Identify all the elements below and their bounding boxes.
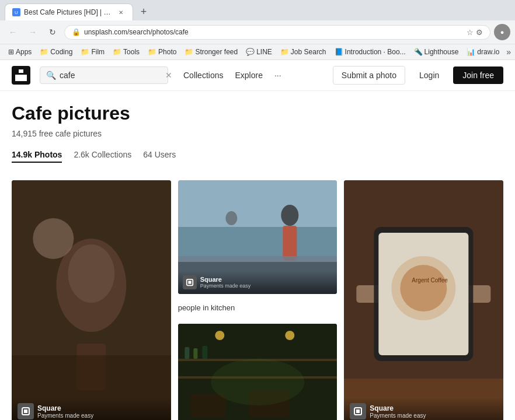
square-logo-icon-3: [353, 407, 363, 416]
forward-button[interactable]: →: [25, 24, 41, 40]
sponsor-overlay-2: Square Payments made easy: [178, 271, 337, 294]
photo-item-cafe-interior[interactable]: [178, 324, 337, 420]
svg-point-22: [215, 331, 224, 340]
bookmarks-bar: ⊞ Apps 📁 Coding 📁 Film 📁 Tools 📁 Photo 📁…: [0, 44, 515, 60]
coffee-image: [12, 180, 171, 420]
square-logo-icon-2: [186, 278, 194, 286]
sponsor-info: Square Payments made easy: [37, 404, 93, 419]
address-bar[interactable]: 🔒 unsplash.com/search/photos/cafe ☆ ⚙: [64, 25, 490, 40]
bookmark-label: Apps: [16, 48, 32, 56]
bookmark-job-search[interactable]: 📁 Job Search: [277, 47, 330, 57]
folder-icon: 📁: [185, 48, 193, 56]
extension-icon[interactable]: ⚙: [476, 28, 483, 37]
new-tab-button[interactable]: +: [135, 4, 152, 20]
caption-text: people in kitchen: [178, 303, 235, 312]
bookmark-film[interactable]: 📁 Film: [77, 47, 108, 57]
tab-title: Best Cafe Pictures [HD] | Dow...: [24, 8, 113, 16]
folder-icon: 📁: [40, 48, 48, 56]
svg-text:Argent Coffee: Argent Coffee: [412, 277, 448, 284]
folder-icon: 📁: [81, 48, 89, 56]
bookmark-apps[interactable]: ⊞ Apps: [5, 47, 35, 57]
bookmark-stronger-feed[interactable]: 📁 Stronger feed: [181, 47, 241, 57]
submit-photo-button[interactable]: Submit a photo: [333, 66, 405, 85]
photo-column-3: Argent Coffee Square Payments made easy: [344, 180, 503, 420]
photo-column-1: Square Payments made easy: [12, 180, 171, 420]
svg-rect-9: [24, 410, 27, 413]
bookmark-drawio[interactable]: 📊 draw.io: [463, 47, 503, 57]
collections-count: 2.6k: [74, 150, 89, 159]
svg-rect-28: [202, 346, 207, 359]
users-label: Users: [155, 150, 176, 159]
filter-tabs: 14.9k Photos 2.6k Collections 64 Users: [12, 150, 503, 163]
photo-grid: Square Payments made easy: [0, 180, 515, 420]
nav-bar: ← → ↻ 🔒 unsplash.com/search/photos/cafe …: [0, 20, 515, 44]
bookmark-photo[interactable]: 📁 Photo: [144, 47, 180, 57]
nav-more-button[interactable]: ···: [274, 71, 281, 80]
star-icon[interactable]: ☆: [467, 28, 474, 37]
bookmark-label: Photo: [158, 48, 176, 56]
photos-count: 14.9k: [12, 150, 32, 159]
bookmark-tools[interactable]: 📁 Tools: [109, 47, 143, 57]
photo-item-kitchen[interactable]: Square Payments made easy: [178, 180, 337, 294]
svg-rect-26: [185, 347, 189, 359]
svg-rect-0: [19, 69, 23, 73]
collections-label: Collections: [92, 150, 131, 159]
search-box[interactable]: 🔍 ✕: [40, 66, 168, 84]
search-clear-button[interactable]: ✕: [165, 71, 172, 80]
folder-icon: 📁: [280, 48, 289, 56]
svg-point-23: [285, 331, 294, 340]
filter-tab-collections[interactable]: 2.6k Collections: [74, 150, 131, 163]
active-tab[interactable]: U Best Cafe Pictures [HD] | Dow... ✕: [5, 4, 133, 20]
unsplash-logo[interactable]: [12, 66, 30, 85]
photo-item-tablet[interactable]: Argent Coffee Square Payments made easy: [344, 180, 503, 420]
address-bar-icons: ☆ ⚙: [467, 28, 483, 37]
sponsor-logo: [18, 403, 34, 419]
svg-rect-13: [283, 226, 297, 261]
profile-button[interactable]: ●: [494, 24, 510, 40]
bookmarks-more-button[interactable]: »: [504, 46, 513, 58]
bookmark-label: Coding: [50, 48, 72, 56]
bookmark-label: Film: [91, 48, 105, 56]
bookmark-coding[interactable]: 📁 Coding: [36, 47, 76, 57]
sponsor-logo-2: [183, 275, 197, 289]
sponsor-badge-3: Square Payments made easy: [350, 403, 497, 419]
bookmark-label: Introduction · Boo...: [345, 48, 406, 56]
svg-rect-29: [190, 394, 225, 417]
unsplash-navbar: 🔍 ✕ Collections Explore ··· Submit a pho…: [0, 60, 515, 91]
browser-chrome: U Best Cafe Pictures [HD] | Dow... ✕ + ←…: [0, 0, 515, 60]
sponsor-overlay-3: Square Payments made easy: [344, 397, 503, 420]
svg-rect-19: [188, 281, 191, 284]
lighthouse-icon: 🔦: [414, 48, 423, 56]
tab-close-button[interactable]: ✕: [116, 8, 126, 17]
bookmark-lighthouse[interactable]: 🔦 Lighthouse: [410, 47, 462, 57]
login-button[interactable]: Login: [411, 66, 447, 84]
kitchen-caption: people in kitchen: [178, 301, 337, 317]
filter-tab-users[interactable]: 64 Users: [143, 150, 176, 163]
bookmark-label: Stronger feed: [195, 48, 238, 56]
filter-tab-photos[interactable]: 14.9k Photos: [12, 150, 62, 163]
photos-label: Photos: [34, 150, 62, 159]
search-input[interactable]: [60, 71, 162, 80]
apps-icon: ⊞: [8, 48, 14, 56]
svg-rect-27: [193, 348, 197, 359]
line-icon: 💬: [246, 48, 255, 56]
collections-link[interactable]: Collections: [183, 71, 223, 80]
lock-icon: 🔒: [72, 28, 81, 36]
svg-point-12: [281, 205, 298, 226]
bookmark-line[interactable]: 💬 LINE: [242, 47, 276, 57]
sponsor-tagline-2: Payments made easy: [200, 283, 251, 289]
folder-icon: 📁: [148, 48, 156, 56]
drawio-icon: 📊: [467, 48, 475, 56]
photo-item-coffee[interactable]: Square Payments made easy: [12, 180, 171, 420]
join-free-button[interactable]: Join free: [453, 66, 503, 84]
bookmark-intro[interactable]: 📘 Introduction · Boo...: [331, 47, 409, 57]
back-button[interactable]: ←: [5, 24, 21, 40]
explore-link[interactable]: Explore: [235, 71, 262, 80]
users-count: 64: [143, 150, 152, 159]
nav-actions: Submit a photo Login Join free: [333, 66, 503, 85]
svg-point-6: [33, 218, 74, 259]
bookmark-label: LINE: [256, 48, 272, 56]
svg-point-37: [401, 265, 447, 312]
reload-button[interactable]: ↻: [44, 24, 61, 40]
page-subtitle: 14,915 free cafe pictures: [12, 129, 503, 138]
